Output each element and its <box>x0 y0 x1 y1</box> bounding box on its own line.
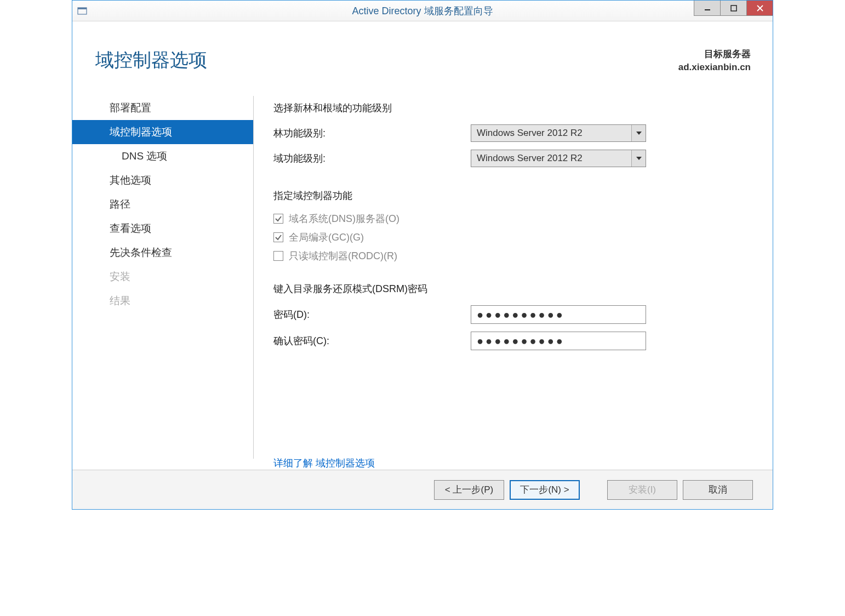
cancel-button[interactable]: 取消 <box>683 480 753 500</box>
svg-marker-6 <box>636 132 642 135</box>
wizard-window: Active Directory 域服务配置向导 域控制器选项 目标服务器 ad… <box>72 0 773 510</box>
svg-rect-3 <box>731 5 736 11</box>
dns-checkbox-label: 域名系统(DNS)服务器(O) <box>289 212 399 225</box>
learn-more-link[interactable]: 详细了解 域控制器选项 <box>273 457 375 470</box>
window-title: Active Directory 域服务配置向导 <box>352 4 493 18</box>
chevron-down-icon <box>631 150 646 167</box>
domain-level-label: 域功能级别: <box>273 152 471 165</box>
gc-checkbox <box>273 232 283 242</box>
password-input[interactable]: ●●●●●●●●●● <box>471 305 646 324</box>
rodc-checkbox-label: 只读域控制器(RODC)(R) <box>289 249 397 263</box>
domain-level-dropdown[interactable]: Windows Server 2012 R2 <box>471 150 646 167</box>
main-content: 选择新林和根域的功能级别 林功能级别: Windows Server 2012 … <box>273 90 751 470</box>
sidebar-item-dns-options[interactable]: DNS 选项 <box>72 144 253 168</box>
sidebar-item-deploy-config[interactable]: 部署配置 <box>72 96 253 120</box>
sidebar-item-paths[interactable]: 路径 <box>72 192 253 216</box>
app-icon <box>77 5 88 16</box>
sidebar-item-install: 安装 <box>72 265 253 289</box>
forest-level-dropdown[interactable]: Windows Server 2012 R2 <box>471 124 646 142</box>
password-value: ●●●●●●●●●● <box>477 309 565 321</box>
chevron-down-icon <box>631 125 646 141</box>
minimize-button[interactable] <box>694 1 720 16</box>
page-title: 域控制器选项 <box>95 48 207 73</box>
sidebar-item-dc-options[interactable]: 域控制器选项 <box>72 120 253 144</box>
next-button[interactable]: 下一步(N) > <box>510 480 580 500</box>
password-row: 密码(D): ●●●●●●●●●● <box>273 305 751 324</box>
content-area: 域控制器选项 目标服务器 ad.xiexianbin.cn 部署配置 域控制器选… <box>72 21 773 509</box>
svg-marker-7 <box>636 157 642 160</box>
forest-level-label: 林功能级别: <box>273 127 471 140</box>
sidebar: 部署配置 域控制器选项 DNS 选项 其他选项 路径 查看选项 先决条件检查 安… <box>72 90 253 470</box>
rodc-checkbox <box>273 251 283 261</box>
target-server-value: ad.xiexianbin.cn <box>678 61 751 74</box>
dns-checkbox <box>273 214 283 224</box>
maximize-button[interactable] <box>720 1 746 16</box>
dsrm-section-label: 键入目录服务还原模式(DSRM)密码 <box>273 282 751 295</box>
forest-level-row: 林功能级别: Windows Server 2012 R2 <box>273 124 751 142</box>
confirm-password-label: 确认密码(C): <box>273 334 471 347</box>
sidebar-item-prereq[interactable]: 先决条件检查 <box>72 241 253 265</box>
rodc-checkbox-row: 只读域控制器(RODC)(R) <box>273 249 751 263</box>
titlebar: Active Directory 域服务配置向导 <box>72 1 773 21</box>
header-row: 域控制器选项 目标服务器 ad.xiexianbin.cn <box>72 21 773 79</box>
target-server-label: 目标服务器 <box>678 48 751 61</box>
dns-checkbox-row: 域名系统(DNS)服务器(O) <box>273 212 751 225</box>
domain-level-row: 域功能级别: Windows Server 2012 R2 <box>273 150 751 167</box>
password-label: 密码(D): <box>273 308 471 321</box>
gc-checkbox-label: 全局编录(GC)(G) <box>289 231 364 244</box>
footer: < 上一步(P) 下一步(N) > 安装(I) 取消 <box>72 470 773 509</box>
main-row: 部署配置 域控制器选项 DNS 选项 其他选项 路径 查看选项 先决条件检查 安… <box>72 79 773 470</box>
sidebar-item-results: 结果 <box>72 289 253 313</box>
sidebar-item-other-options[interactable]: 其他选项 <box>72 168 253 192</box>
dc-capabilities-section-label: 指定域控制器功能 <box>273 189 751 202</box>
domain-level-value: Windows Server 2012 R2 <box>477 153 583 164</box>
install-button: 安装(I) <box>607 480 677 500</box>
confirm-password-value: ●●●●●●●●●● <box>477 335 565 347</box>
sidebar-item-review[interactable]: 查看选项 <box>72 216 253 241</box>
close-button[interactable] <box>746 1 773 16</box>
window-controls <box>694 1 773 16</box>
confirm-password-input[interactable]: ●●●●●●●●●● <box>471 332 646 350</box>
confirm-password-row: 确认密码(C): ●●●●●●●●●● <box>273 332 751 350</box>
forest-level-value: Windows Server 2012 R2 <box>477 128 583 139</box>
previous-button[interactable]: < 上一步(P) <box>434 480 504 500</box>
functional-level-section-label: 选择新林和根域的功能级别 <box>273 101 751 115</box>
gc-checkbox-row: 全局编录(GC)(G) <box>273 231 751 244</box>
svg-rect-1 <box>78 8 87 9</box>
vertical-divider <box>253 96 254 459</box>
target-server-info: 目标服务器 ad.xiexianbin.cn <box>678 48 751 74</box>
